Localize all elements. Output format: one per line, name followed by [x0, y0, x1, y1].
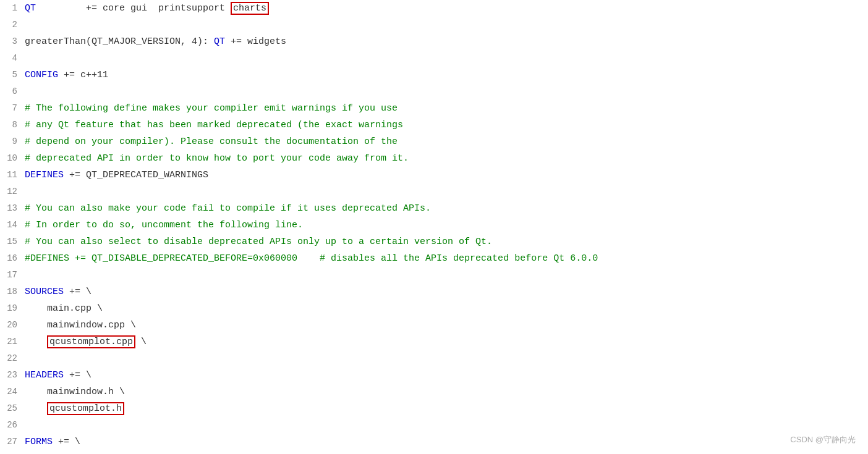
line-content: main.cpp \ [25, 300, 868, 317]
code-line: 4 [0, 50, 868, 67]
line-number: 26 [0, 417, 25, 434]
code-line: 9# depend on your compiler). Please cons… [0, 133, 868, 150]
code-line: 18SOURCES += \ [0, 284, 868, 300]
code-line: 13# You can also make your code fail to … [0, 200, 868, 217]
token: # any Qt feature that has been marked de… [25, 120, 403, 130]
token: QT [214, 36, 225, 47]
line-content: qcustomplot.h [25, 400, 868, 417]
token: += \ [53, 437, 80, 447]
token: += \ [64, 287, 91, 297]
line-number: 5 [0, 67, 25, 83]
token: # deprecated API in order to know how to… [25, 153, 409, 164]
line-content: # deprecated API in order to know how to… [25, 150, 868, 167]
code-line: 24 mainwindow.h \ [0, 384, 868, 400]
line-content [25, 417, 868, 434]
code-line: 11DEFINES += QT_DEPRECATED_WARNINGS [0, 167, 868, 183]
token: += core gui printsupport [36, 3, 231, 14]
line-content: # In order to do so, uncomment the follo… [25, 217, 868, 233]
token: SOURCES [25, 287, 64, 297]
line-content: # You can also make your code fail to co… [25, 200, 868, 217]
token: DEFINES [25, 170, 64, 180]
line-content [25, 267, 868, 284]
line-content: FORMS += \ [25, 434, 868, 450]
line-number: 10 [0, 150, 25, 167]
code-line: 3greaterThan(QT_MAJOR_VERSION, 4): QT +=… [0, 33, 868, 50]
line-content: HEADERS += \ [25, 367, 868, 384]
line-content [25, 50, 868, 67]
line-number: 19 [0, 300, 25, 317]
line-number: 23 [0, 367, 25, 384]
code-line: 20 mainwindow.cpp \ [0, 317, 868, 334]
line-number: 12 [0, 183, 25, 200]
line-number: 11 [0, 167, 25, 183]
code-editor: 1QT += core gui printsupport charts2 3gr… [0, 0, 868, 454]
line-number: 13 [0, 200, 25, 217]
code-line: 15# You can also select to disable depre… [0, 233, 868, 250]
line-content: qcustomplot.cpp \ [25, 334, 868, 350]
line-content: #DEFINES += QT_DISABLE_DEPRECATED_BEFORE… [25, 250, 868, 267]
line-content: DEFINES += QT_DEPRECATED_WARNINGS [25, 167, 868, 183]
token: QT [25, 3, 36, 14]
token: # You can also select to disable depreca… [25, 237, 492, 247]
code-line: 17 [0, 267, 868, 284]
code-line: 27FORMS += \ [0, 434, 868, 450]
code-line: 16#DEFINES += QT_DISABLE_DEPRECATED_BEFO… [0, 250, 868, 267]
line-number: 24 [0, 384, 25, 400]
code-line: 22 [0, 350, 868, 367]
line-content: QT += core gui printsupport charts [25, 0, 868, 17]
code-line: 1QT += core gui printsupport charts [0, 0, 868, 17]
token: #DEFINES += QT_DISABLE_DEPRECATED_BEFORE… [25, 253, 598, 264]
code-line: 8# any Qt feature that has been marked d… [0, 117, 868, 133]
code-lines: 1QT += core gui printsupport charts2 3gr… [0, 0, 868, 450]
line-content: # You can also select to disable depreca… [25, 233, 868, 250]
line-content: # The following define makes your compil… [25, 100, 868, 117]
code-line: 19 main.cpp \ [0, 300, 868, 317]
line-number: 6 [0, 83, 25, 100]
line-number: 9 [0, 133, 25, 150]
highlighted-token: qcustomplot.cpp [47, 335, 135, 348]
line-content: # depend on your compiler). Please consu… [25, 133, 868, 150]
line-content: mainwindow.h \ [25, 384, 868, 400]
code-line: 26 [0, 417, 868, 434]
line-number: 8 [0, 117, 25, 133]
line-content [25, 350, 868, 367]
code-line: 5CONFIG += c++11 [0, 67, 868, 83]
line-number: 16 [0, 250, 25, 267]
line-number: 15 [0, 233, 25, 250]
line-content: SOURCES += \ [25, 284, 868, 300]
line-content [25, 17, 868, 33]
code-line: 23HEADERS += \ [0, 367, 868, 384]
code-line: 25 qcustomplot.h [0, 400, 868, 417]
token: HEADERS [25, 370, 64, 380]
code-line: 14# In order to do so, uncomment the fol… [0, 217, 868, 233]
code-line: 2 [0, 17, 868, 33]
token [25, 337, 47, 347]
token: FORMS [25, 437, 53, 447]
line-number: 7 [0, 100, 25, 117]
token: # depend on your compiler). Please consu… [25, 137, 398, 147]
code-line: 12 [0, 183, 868, 200]
line-number: 18 [0, 284, 25, 300]
token: mainwindow.cpp \ [25, 320, 136, 330]
line-number: 21 [0, 334, 25, 350]
token: \ [135, 337, 147, 347]
line-number: 1 [0, 0, 25, 17]
line-number: 3 [0, 33, 25, 50]
line-content [25, 83, 868, 100]
line-number: 17 [0, 267, 25, 284]
code-line: 10# deprecated API in order to know how … [0, 150, 868, 167]
line-number: 25 [0, 400, 25, 417]
line-number: 27 [0, 434, 25, 450]
code-line: 21 qcustomplot.cpp \ [0, 334, 868, 350]
line-content: greaterThan(QT_MAJOR_VERSION, 4): QT += … [25, 33, 868, 50]
code-line: 6 [0, 83, 868, 100]
token: # You can also make your code fail to co… [25, 203, 431, 214]
line-content: # any Qt feature that has been marked de… [25, 117, 868, 133]
code-line: 7# The following define makes your compi… [0, 100, 868, 117]
token: # In order to do so, uncomment the follo… [25, 220, 303, 230]
line-number: 20 [0, 317, 25, 334]
line-number: 14 [0, 217, 25, 233]
token: main.cpp \ [25, 303, 103, 314]
token: # The following define makes your compil… [25, 103, 398, 114]
token: greaterThan( [25, 36, 91, 47]
